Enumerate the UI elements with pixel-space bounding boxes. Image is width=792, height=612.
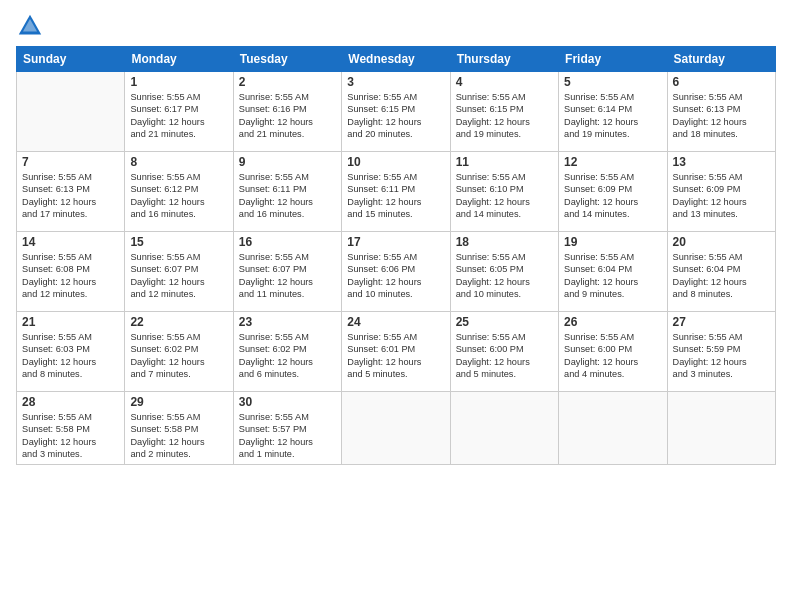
- calendar-cell: [450, 392, 558, 465]
- calendar-cell: 11Sunrise: 5:55 AM Sunset: 6:10 PM Dayli…: [450, 152, 558, 232]
- day-number: 10: [347, 155, 444, 169]
- day-info: Sunrise: 5:55 AM Sunset: 6:04 PM Dayligh…: [673, 251, 770, 301]
- calendar-cell: 4Sunrise: 5:55 AM Sunset: 6:15 PM Daylig…: [450, 72, 558, 152]
- day-info: Sunrise: 5:55 AM Sunset: 6:07 PM Dayligh…: [239, 251, 336, 301]
- day-number: 20: [673, 235, 770, 249]
- calendar-cell: 24Sunrise: 5:55 AM Sunset: 6:01 PM Dayli…: [342, 312, 450, 392]
- day-number: 11: [456, 155, 553, 169]
- day-number: 6: [673, 75, 770, 89]
- day-number: 22: [130, 315, 227, 329]
- day-number: 9: [239, 155, 336, 169]
- day-number: 19: [564, 235, 661, 249]
- day-info: Sunrise: 5:55 AM Sunset: 6:13 PM Dayligh…: [673, 91, 770, 141]
- calendar-cell: 27Sunrise: 5:55 AM Sunset: 5:59 PM Dayli…: [667, 312, 775, 392]
- calendar-cell: 17Sunrise: 5:55 AM Sunset: 6:06 PM Dayli…: [342, 232, 450, 312]
- calendar-cell: 28Sunrise: 5:55 AM Sunset: 5:58 PM Dayli…: [17, 392, 125, 465]
- day-number: 17: [347, 235, 444, 249]
- calendar-cell: 15Sunrise: 5:55 AM Sunset: 6:07 PM Dayli…: [125, 232, 233, 312]
- day-number: 15: [130, 235, 227, 249]
- calendar-cell: 2Sunrise: 5:55 AM Sunset: 6:16 PM Daylig…: [233, 72, 341, 152]
- day-info: Sunrise: 5:55 AM Sunset: 6:10 PM Dayligh…: [456, 171, 553, 221]
- day-info: Sunrise: 5:55 AM Sunset: 6:11 PM Dayligh…: [347, 171, 444, 221]
- calendar-week-4: 28Sunrise: 5:55 AM Sunset: 5:58 PM Dayli…: [17, 392, 776, 465]
- day-number: 25: [456, 315, 553, 329]
- day-info: Sunrise: 5:55 AM Sunset: 6:03 PM Dayligh…: [22, 331, 119, 381]
- calendar-cell: 16Sunrise: 5:55 AM Sunset: 6:07 PM Dayli…: [233, 232, 341, 312]
- day-number: 1: [130, 75, 227, 89]
- day-info: Sunrise: 5:55 AM Sunset: 6:07 PM Dayligh…: [130, 251, 227, 301]
- day-info: Sunrise: 5:55 AM Sunset: 6:00 PM Dayligh…: [456, 331, 553, 381]
- weekday-header-tuesday: Tuesday: [233, 47, 341, 72]
- calendar-cell: 22Sunrise: 5:55 AM Sunset: 6:02 PM Dayli…: [125, 312, 233, 392]
- day-info: Sunrise: 5:55 AM Sunset: 6:02 PM Dayligh…: [239, 331, 336, 381]
- day-info: Sunrise: 5:55 AM Sunset: 6:15 PM Dayligh…: [347, 91, 444, 141]
- day-info: Sunrise: 5:55 AM Sunset: 6:06 PM Dayligh…: [347, 251, 444, 301]
- calendar-cell: 29Sunrise: 5:55 AM Sunset: 5:58 PM Dayli…: [125, 392, 233, 465]
- day-info: Sunrise: 5:55 AM Sunset: 6:14 PM Dayligh…: [564, 91, 661, 141]
- day-number: 4: [456, 75, 553, 89]
- calendar-cell: 8Sunrise: 5:55 AM Sunset: 6:12 PM Daylig…: [125, 152, 233, 232]
- day-number: 21: [22, 315, 119, 329]
- weekday-header-thursday: Thursday: [450, 47, 558, 72]
- calendar-cell: 18Sunrise: 5:55 AM Sunset: 6:05 PM Dayli…: [450, 232, 558, 312]
- day-number: 29: [130, 395, 227, 409]
- calendar-table: SundayMondayTuesdayWednesdayThursdayFrid…: [16, 46, 776, 465]
- logo-icon: [16, 12, 44, 40]
- calendar-cell: 14Sunrise: 5:55 AM Sunset: 6:08 PM Dayli…: [17, 232, 125, 312]
- day-info: Sunrise: 5:55 AM Sunset: 5:58 PM Dayligh…: [22, 411, 119, 461]
- day-info: Sunrise: 5:55 AM Sunset: 5:59 PM Dayligh…: [673, 331, 770, 381]
- calendar-week-0: 1Sunrise: 5:55 AM Sunset: 6:17 PM Daylig…: [17, 72, 776, 152]
- day-number: 12: [564, 155, 661, 169]
- weekday-header-row: SundayMondayTuesdayWednesdayThursdayFrid…: [17, 47, 776, 72]
- calendar-cell: [667, 392, 775, 465]
- calendar-cell: 12Sunrise: 5:55 AM Sunset: 6:09 PM Dayli…: [559, 152, 667, 232]
- calendar-week-2: 14Sunrise: 5:55 AM Sunset: 6:08 PM Dayli…: [17, 232, 776, 312]
- weekday-header-sunday: Sunday: [17, 47, 125, 72]
- day-number: 3: [347, 75, 444, 89]
- logo: [16, 12, 46, 40]
- day-number: 16: [239, 235, 336, 249]
- day-number: 26: [564, 315, 661, 329]
- day-info: Sunrise: 5:55 AM Sunset: 6:08 PM Dayligh…: [22, 251, 119, 301]
- day-number: 30: [239, 395, 336, 409]
- calendar-cell: 1Sunrise: 5:55 AM Sunset: 6:17 PM Daylig…: [125, 72, 233, 152]
- day-number: 18: [456, 235, 553, 249]
- weekday-header-saturday: Saturday: [667, 47, 775, 72]
- weekday-header-monday: Monday: [125, 47, 233, 72]
- day-info: Sunrise: 5:55 AM Sunset: 6:13 PM Dayligh…: [22, 171, 119, 221]
- day-info: Sunrise: 5:55 AM Sunset: 5:57 PM Dayligh…: [239, 411, 336, 461]
- day-number: 7: [22, 155, 119, 169]
- day-number: 8: [130, 155, 227, 169]
- day-info: Sunrise: 5:55 AM Sunset: 6:04 PM Dayligh…: [564, 251, 661, 301]
- day-info: Sunrise: 5:55 AM Sunset: 6:12 PM Dayligh…: [130, 171, 227, 221]
- day-number: 2: [239, 75, 336, 89]
- calendar-cell: 25Sunrise: 5:55 AM Sunset: 6:00 PM Dayli…: [450, 312, 558, 392]
- day-number: 13: [673, 155, 770, 169]
- calendar-week-1: 7Sunrise: 5:55 AM Sunset: 6:13 PM Daylig…: [17, 152, 776, 232]
- weekday-header-wednesday: Wednesday: [342, 47, 450, 72]
- day-info: Sunrise: 5:55 AM Sunset: 6:00 PM Dayligh…: [564, 331, 661, 381]
- day-number: 23: [239, 315, 336, 329]
- calendar-cell: 7Sunrise: 5:55 AM Sunset: 6:13 PM Daylig…: [17, 152, 125, 232]
- calendar-cell: 13Sunrise: 5:55 AM Sunset: 6:09 PM Dayli…: [667, 152, 775, 232]
- day-number: 5: [564, 75, 661, 89]
- day-number: 24: [347, 315, 444, 329]
- day-info: Sunrise: 5:55 AM Sunset: 6:02 PM Dayligh…: [130, 331, 227, 381]
- day-info: Sunrise: 5:55 AM Sunset: 6:15 PM Dayligh…: [456, 91, 553, 141]
- calendar-cell: [342, 392, 450, 465]
- calendar-cell: 20Sunrise: 5:55 AM Sunset: 6:04 PM Dayli…: [667, 232, 775, 312]
- day-info: Sunrise: 5:55 AM Sunset: 6:09 PM Dayligh…: [673, 171, 770, 221]
- calendar-cell: 23Sunrise: 5:55 AM Sunset: 6:02 PM Dayli…: [233, 312, 341, 392]
- calendar-week-3: 21Sunrise: 5:55 AM Sunset: 6:03 PM Dayli…: [17, 312, 776, 392]
- day-info: Sunrise: 5:55 AM Sunset: 6:17 PM Dayligh…: [130, 91, 227, 141]
- calendar-cell: 3Sunrise: 5:55 AM Sunset: 6:15 PM Daylig…: [342, 72, 450, 152]
- calendar-cell: [559, 392, 667, 465]
- day-number: 27: [673, 315, 770, 329]
- header: [16, 12, 776, 40]
- calendar-cell: 9Sunrise: 5:55 AM Sunset: 6:11 PM Daylig…: [233, 152, 341, 232]
- calendar-cell: 5Sunrise: 5:55 AM Sunset: 6:14 PM Daylig…: [559, 72, 667, 152]
- calendar-cell: 6Sunrise: 5:55 AM Sunset: 6:13 PM Daylig…: [667, 72, 775, 152]
- calendar-cell: 26Sunrise: 5:55 AM Sunset: 6:00 PM Dayli…: [559, 312, 667, 392]
- day-number: 14: [22, 235, 119, 249]
- day-info: Sunrise: 5:55 AM Sunset: 6:09 PM Dayligh…: [564, 171, 661, 221]
